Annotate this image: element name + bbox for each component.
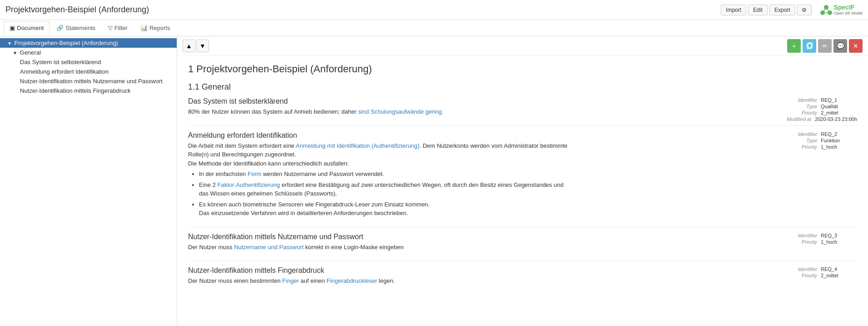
content-area: ▲ ▼ + ✏ 💬 ✕ 1 Projektvorgehen-Beispiel (…: [177, 36, 868, 326]
delete-button[interactable]: ✕: [849, 39, 863, 53]
req2-description: Die Arbeit mit dem System erfordert eine…: [188, 141, 574, 218]
sidebar-item-general[interactable]: ▼ General: [0, 48, 177, 57]
req2-link1: Anmeldung mit Identifikation (Authentifi…: [296, 142, 419, 149]
logo-text-container: SpecIF Open SE Model: [833, 4, 863, 15]
req1-meta-modified: Modified at 2020-03-23 23:00h: [787, 116, 857, 122]
toggle-general: ▼: [13, 50, 17, 55]
sidebar-item-req2[interactable]: Anmeldung erfordert Identifikation: [0, 67, 177, 76]
action-buttons: + ✏ 💬 ✕: [787, 39, 863, 53]
add-button[interactable]: +: [787, 39, 801, 53]
sidebar-item-req3[interactable]: Nutzer-Identifikation mittels Nutzername…: [0, 76, 177, 86]
req3-meta-identifier: Identifier REQ_3: [798, 233, 857, 238]
req4-meta-identifier: Identifier REQ_4: [798, 266, 857, 272]
logo-name: SpecIF: [833, 4, 863, 11]
comment-button[interactable]: 💬: [833, 39, 847, 53]
sidebar: ▼ Projektvorgehen-Beispiel (Anforderung)…: [0, 36, 177, 326]
req2-title: Anmeldung erfordert Identifikation: [188, 131, 730, 140]
divider-3: [188, 261, 857, 261]
req2-list: In der einfachsten Form werden Nutzernam…: [188, 170, 574, 218]
nav-up-button[interactable]: ▲: [183, 40, 195, 52]
sidebar-item-root[interactable]: ▼ Projektvorgehen-Beispiel (Anforderung): [0, 38, 177, 48]
req4-meta: Identifier REQ_4 Priority 2_mittel: [798, 266, 857, 279]
settings-button[interactable]: ⚙: [797, 5, 812, 15]
tab-reports[interactable]: 📊 Reports: [134, 21, 176, 35]
requirement-req1: Das System ist selbsterklärend 80% der N…: [188, 97, 857, 116]
req2-meta-identifier: Identifier REQ_2: [798, 131, 857, 137]
logo-icon: [819, 3, 833, 17]
statements-icon: 🔗: [56, 25, 64, 31]
document-icon: ▣: [10, 25, 15, 31]
req2-link2: Form: [248, 171, 261, 177]
list-item: In der einfachsten Form werden Nutzernam…: [199, 170, 574, 179]
requirement-req3: Nutzer-Identifikation mittels Nutzername…: [188, 233, 857, 252]
edit-content-button[interactable]: ✏: [818, 39, 832, 53]
section-title: 1 Projektvorgehen-Beispiel (Anforderung): [188, 63, 857, 75]
requirement-req4: Nutzer-Identifikation mittels Fingerabdr…: [188, 266, 857, 286]
req3-meta-priority: Priority 1_hoch: [798, 239, 857, 245]
settings-icon: ⚙: [802, 7, 807, 13]
req1-description: 80% der Nutzer können das System auf Anh…: [188, 107, 574, 116]
req3-description: Der Nutzer muss Nutzername und Passwort …: [188, 243, 574, 252]
req1-title: Das System ist selbsterklärend: [188, 97, 730, 105]
header: Projektvorgehen-Beispiel (Anforderung) I…: [0, 0, 868, 20]
logo-subtext: Open SE Model: [833, 11, 863, 15]
tab-statements[interactable]: 🔗 Statements: [50, 21, 101, 35]
export-button[interactable]: Export: [769, 5, 795, 15]
req4-link1: Finger: [282, 277, 299, 284]
req3-title: Nutzer-Identifikation mittels Nutzername…: [188, 233, 730, 241]
req3-link1: Nutzername und Passwort: [234, 244, 303, 251]
req1-meta-type: Type Qualität: [787, 104, 857, 109]
tab-filter[interactable]: ▽ Filter: [102, 21, 134, 35]
filter-icon: ▽: [108, 25, 113, 31]
req4-meta-priority: Priority 2_mittel: [798, 273, 857, 278]
req4-title: Nutzer-Identifikation mittels Fingerabdr…: [188, 266, 730, 275]
tab-document[interactable]: ▣ Document: [4, 21, 50, 35]
req1-meta-identifier: Identifier REQ_1: [787, 97, 857, 103]
reports-icon: 📊: [140, 25, 148, 31]
logo: SpecIF Open SE Model: [819, 3, 863, 17]
divider-2: [188, 227, 857, 227]
nav-buttons: ▲ ▼: [183, 40, 209, 52]
requirement-req2: Anmeldung erfordert Identifikation Die A…: [188, 131, 857, 218]
req4-description: Der Nutzer muss einen bestimmten Finger …: [188, 276, 574, 286]
content-body: 1 Projektvorgehen-Beispiel (Anforderung)…: [177, 56, 868, 302]
req2-link3: Faktor-Authentifizierung: [217, 181, 280, 188]
list-item: Eine 2 Faktor-Authentifizierung erforder…: [199, 181, 574, 198]
req3-meta: Identifier REQ_3 Priority 1_hoch: [798, 233, 857, 246]
content-toolbar: ▲ ▼ + ✏ 💬 ✕: [177, 36, 868, 56]
main-layout: ▼ Projektvorgehen-Beispiel (Anforderung)…: [0, 36, 868, 326]
req4-link2: Fingerabdruckleser: [327, 277, 377, 284]
copy-icon: [806, 42, 813, 50]
import-button[interactable]: Import: [721, 5, 746, 15]
nav-down-button[interactable]: ▼: [196, 40, 209, 52]
req1-link: sind Schulungsaufwände gering.: [358, 108, 443, 115]
req2-meta: Identifier REQ_2 Type Funktion Priority …: [798, 131, 857, 150]
sidebar-item-req4[interactable]: Nutzer-Identifikation mittels Fingerabdr…: [0, 86, 177, 95]
copy-button[interactable]: [803, 39, 816, 53]
req2-meta-priority: Priority 1_hoch: [798, 144, 857, 150]
header-actions: Import Edit Export ⚙ SpecIF Open SE Mode…: [721, 3, 863, 17]
edit-button[interactable]: Edit: [748, 5, 768, 15]
req1-meta: Identifier REQ_1 Type Qualität Priority …: [787, 97, 857, 123]
list-item: Es können auch biometrische Sensoren wie…: [199, 200, 574, 218]
page-title: Projektvorgehen-Beispiel (Anforderung): [5, 5, 149, 15]
section-subtitle: 1.1 General: [188, 82, 857, 92]
req2-meta-type: Type Funktion: [798, 138, 857, 143]
tabs-bar: ▣ Document 🔗 Statements ▽ Filter 📊 Repor…: [0, 20, 868, 36]
req1-meta-priority: Priority 2_mittel: [787, 110, 857, 115]
sidebar-item-req1[interactable]: Das System ist selbsterklärend: [0, 57, 177, 67]
toggle-root: ▼: [7, 41, 12, 46]
divider-1: [188, 125, 857, 126]
